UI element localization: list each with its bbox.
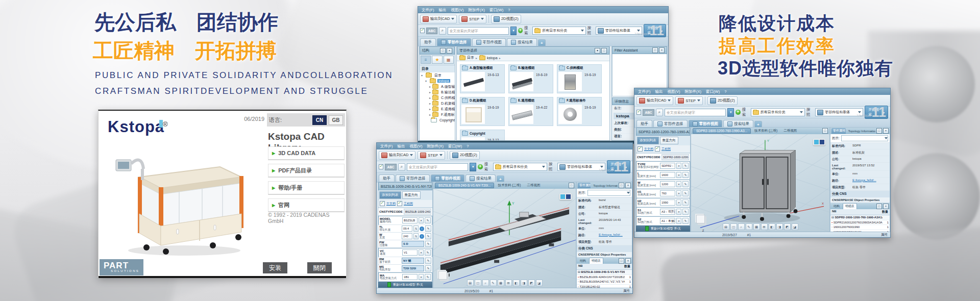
close-icon[interactable]: ×	[883, 204, 889, 209]
breadcrumb-item[interactable]: kstopa	[479, 56, 501, 60]
tab-part-properties[interactable]: 零件属性	[831, 128, 846, 134]
maximize-icon[interactable]: □	[876, 204, 882, 209]
tab-part-properties[interactable]: 零件属性	[578, 183, 591, 188]
parameter-row[interactable]: MA电机安装方式 1B1 i	[378, 272, 432, 282]
parameter-value[interactable]: 1990	[660, 199, 675, 206]
parameter-value[interactable]: 09.4	[402, 225, 412, 232]
menu-item[interactable]: 视图(V)	[410, 144, 423, 149]
search-option-checkbox[interactable]	[636, 110, 641, 115]
parameter-value[interactable]: V1	[402, 249, 418, 256]
chevron-down-icon[interactable]	[676, 190, 681, 196]
bom-row[interactable]: BSZSLB1009A240'V1','V2','V3','V4','V5','…	[577, 280, 632, 285]
tab-assistant[interactable]: 助手	[420, 38, 436, 46]
search-input[interactable]	[448, 27, 509, 35]
search-scope-select[interactable]: 所有目录和分类	[532, 27, 585, 35]
menu-item[interactable]: 附加件(X)	[469, 8, 485, 13]
edit-icon[interactable]	[425, 265, 431, 271]
parameter-row[interactable]: L机架长度 [mm] 1600 i	[636, 170, 690, 180]
menu-item[interactable]: 窗口(W)	[489, 8, 503, 13]
parameter-value[interactable]: 1B1	[402, 274, 418, 280]
tree-item[interactable]: kstopa	[420, 78, 455, 84]
viewport-tool-icon[interactable]: ✎	[490, 280, 497, 286]
info-path-link[interactable]: E:/kstopa_fa3d/...	[599, 233, 630, 238]
maximize-icon[interactable]: □	[619, 183, 624, 188]
viewport-tool-icon[interactable]: ⌕	[738, 223, 745, 230]
drawing-link[interactable]: 工程图	[404, 202, 413, 206]
tree-item[interactable]: F.通用标准件	[420, 112, 455, 117]
chevron-down-icon[interactable]	[676, 199, 681, 206]
viewport-tool-icon[interactable]: ▤	[723, 223, 729, 230]
maximize-icon[interactable]: □	[822, 128, 828, 134]
parameter-value[interactable]: S D	[402, 241, 424, 247]
edit-icon[interactable]	[425, 225, 431, 232]
parameter-value[interactable]: BSZSLB	[402, 217, 418, 223]
viewport-tool-icon[interactable]: ◩	[528, 280, 535, 286]
catalog-card[interactable]: C.供料模组 19-6-19	[557, 64, 602, 93]
parameter-value[interactable]: SDPR2-1600-1200-760-1...	[662, 154, 689, 160]
menu-item[interactable]: 附加件(X)	[427, 144, 444, 149]
viewport-tool-icon[interactable]: ⌕	[482, 280, 489, 286]
parameter-row[interactable]: MS电机类型 T20I S20I i	[378, 265, 432, 272]
parameter-row[interactable]: S2S2面门形式 A1：单侧右开门-铝框 i	[636, 216, 690, 225]
search-option-checkbox[interactable]	[420, 28, 425, 33]
search-settings-icon[interactable]: ⌕	[398, 163, 405, 171]
menu-item[interactable]: ?	[724, 89, 726, 94]
maximize-icon[interactable]: □	[569, 183, 574, 188]
recalc-3d-bar[interactable]: 重新计算3D模型 开/关	[636, 225, 690, 232]
edit-icon[interactable]	[682, 172, 689, 178]
parameter-value[interactable]: 240	[402, 233, 412, 239]
installer-menu-item[interactable]: 官网	[268, 198, 345, 212]
step-export-button[interactable]: STEP	[418, 151, 445, 160]
tree-item[interactable]: Copyright	[420, 117, 455, 123]
2d-view-button[interactable]: 2D视图(2)	[450, 151, 480, 160]
chevron-down-icon[interactable]	[419, 274, 424, 280]
menu-item[interactable]: 附加件(X)	[685, 89, 702, 94]
parameter-row[interactable]: RM滚子材质 NY 钢 i	[378, 257, 432, 265]
edit-icon[interactable]	[682, 209, 689, 215]
add-search-icon[interactable]: +	[736, 110, 740, 115]
doc-checkbox[interactable]	[655, 146, 660, 152]
tab-bom[interactable]: 明细表	[843, 203, 857, 209]
menu-item[interactable]: 输出	[655, 89, 663, 94]
3d-viewport[interactable]: SDPR2-1600-1200-760-1990-A3... 技术资料 (三维)…	[691, 127, 830, 232]
doc-checkbox[interactable]	[638, 146, 643, 152]
info-icon[interactable]: i	[420, 234, 424, 239]
breadcrumb-item[interactable]: 目录	[459, 55, 477, 60]
parameter-row[interactable]: H1台面高度 [mm] 760 i	[636, 189, 690, 198]
recalc-3d-bar[interactable]: 重新计算3D模型 开/关	[378, 282, 432, 288]
tab-part-view[interactable]: 零部件视图	[472, 38, 506, 46]
tree-item[interactable]: A.微型输送模组	[420, 84, 455, 89]
close-icon[interactable]: ×	[625, 258, 631, 264]
chevron-down-icon[interactable]	[413, 233, 419, 239]
menu-item[interactable]: 视图(V)	[668, 89, 680, 94]
search-dropdown-button[interactable]: ▾	[470, 163, 476, 171]
parameter-row[interactable]: MODEL规格代码 BSZSLB i	[378, 216, 432, 225]
bom-row[interactable]: SDPR2-1600-1200-760-1990-A3A1A3A1-A3A1A.…	[830, 215, 890, 220]
drawing-link[interactable]: 工程图	[662, 147, 671, 152]
edit-icon[interactable]	[425, 233, 431, 239]
menu-item[interactable]: 输出	[439, 8, 447, 13]
maximize-icon[interactable]: □	[876, 128, 882, 134]
add-to-list-button[interactable]: 添加到列表	[379, 191, 401, 199]
maximize-icon[interactable]: □	[652, 47, 658, 53]
parameter-value[interactable]: BSZSLB-1009-240-S-V1-N	[404, 209, 431, 215]
2d-view-button[interactable]: 2D视图(2)	[491, 15, 521, 23]
orientation-cube[interactable]	[696, 215, 705, 223]
3d-glasses-icon[interactable]	[813, 139, 825, 145]
parameter-row[interactable]: CNSTYPECODE SDPR2-1600-1200-760-1... i	[636, 154, 690, 161]
edit-icon[interactable]	[682, 163, 689, 169]
search-dropdown-button[interactable]: ▾	[727, 108, 734, 117]
menu-item[interactable]: 视图(V)	[451, 8, 464, 13]
install-button[interactable]: 安装	[263, 262, 287, 273]
chevron-down-icon[interactable]	[676, 181, 681, 187]
edit-icon[interactable]	[425, 274, 431, 280]
main-doc-link[interactable]: 主文档	[644, 147, 653, 152]
add-search-icon[interactable]: +	[478, 164, 482, 169]
bom-row[interactable]: 16001200760019901	[830, 225, 890, 230]
edit-icon[interactable]	[425, 241, 431, 247]
viewport-tool-icon[interactable]: ◧	[769, 223, 775, 230]
viewport-tool-icon[interactable]: ◪	[536, 280, 543, 286]
edit-icon[interactable]	[425, 217, 431, 223]
illustration-select[interactable]	[587, 190, 630, 196]
chevron-down-icon[interactable]	[676, 172, 681, 178]
